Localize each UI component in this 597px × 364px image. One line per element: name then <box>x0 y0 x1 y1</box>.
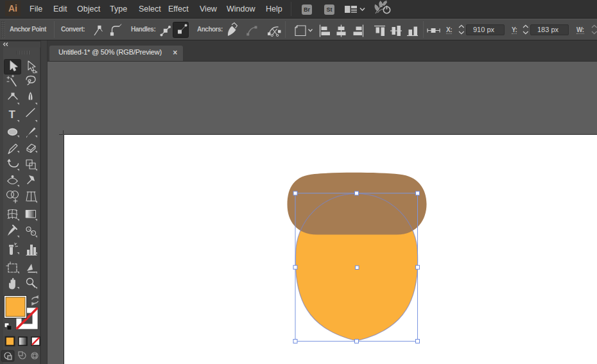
svg-text:T: T <box>9 108 16 121</box>
